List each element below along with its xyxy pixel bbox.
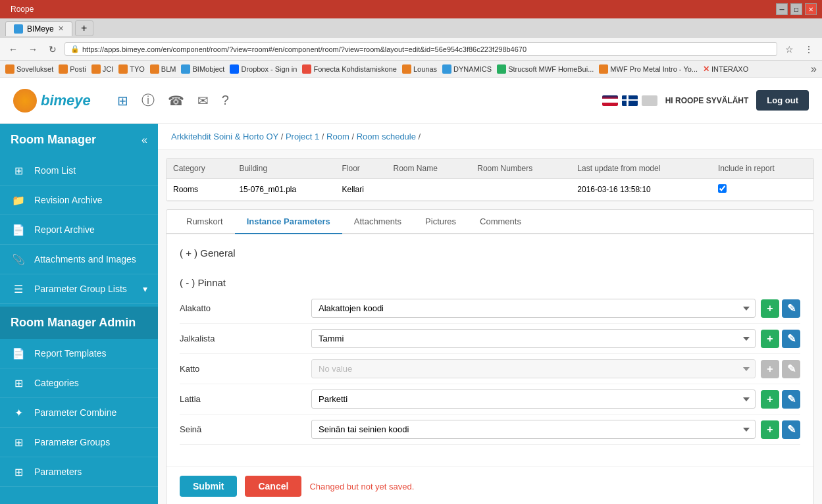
- bookmark-mwf[interactable]: MWF Pro Metal Intro - Yo...: [599, 64, 698, 74]
- pinnat-section-header[interactable]: ( - ) Pinnat: [180, 272, 800, 293]
- include-report-checkbox[interactable]: [718, 184, 727, 193]
- help-nav-btn[interactable]: ?: [222, 93, 229, 108]
- sidebar-item-report-templates[interactable]: 📄 Report Templates: [0, 339, 158, 368]
- cell-room-name: [387, 179, 471, 201]
- browser-tab[interactable]: BIMeye ✕: [5, 21, 72, 36]
- breadcrumb-company[interactable]: Arkkitehdit Soini & Horto OY: [171, 132, 278, 141]
- tab-rumskort[interactable]: Rumskort: [174, 210, 235, 234]
- bookmark-posti[interactable]: Posti: [59, 64, 86, 74]
- flag-gb[interactable]: [602, 95, 618, 106]
- param-label-katto: Katto: [180, 364, 311, 374]
- col-include-report: Include in report: [711, 159, 813, 179]
- sidebar-collapse-btn[interactable]: «: [141, 134, 147, 146]
- tab-comments[interactable]: Comments: [468, 210, 533, 234]
- bookmark-strucsoft[interactable]: Strucsoft MWF HomeBui...: [497, 64, 594, 74]
- bookmark-tyo[interactable]: TYO: [118, 64, 145, 74]
- param-row-lattia: Lattia Parketti + ✎: [180, 384, 800, 415]
- sidebar-item-parameter-combine[interactable]: ✦ Parameter Combine: [0, 398, 158, 428]
- sidebar-item-parameters[interactable]: ⊞ Parameters: [0, 457, 158, 487]
- minimize-btn[interactable]: ─: [776, 3, 788, 15]
- lattia-edit-btn[interactable]: ✎: [782, 390, 800, 409]
- sidebar-item-parameter-group-lists[interactable]: ☰ Parameter Group Lists ▾: [0, 274, 158, 304]
- bookmarks-more-btn[interactable]: »: [811, 63, 817, 75]
- alakatto-edit-btn[interactable]: ✎: [782, 299, 800, 318]
- cell-include-report: [711, 179, 813, 201]
- breadcrumb-room-schedule[interactable]: Room schedule: [357, 132, 416, 141]
- maximize-btn[interactable]: □: [790, 3, 802, 15]
- cell-room-numbers: [471, 179, 571, 201]
- breadcrumb-project[interactable]: Project 1: [286, 132, 319, 141]
- bookmark-sovellukset[interactable]: Sovellukset: [5, 64, 53, 74]
- sidebar: Room Manager « ⊞ Room List 📁 Revision Ar…: [0, 124, 158, 504]
- close-btn[interactable]: ✕: [805, 3, 817, 15]
- bookmark-icon: [181, 64, 190, 74]
- address-bar[interactable]: 🔒 https://apps.bimeye.com/en/component/r…: [64, 42, 777, 56]
- grid-nav-btn[interactable]: ⊞: [117, 93, 128, 109]
- breadcrumb-room[interactable]: Room: [326, 132, 349, 141]
- info-nav-btn[interactable]: ⓘ: [141, 91, 155, 109]
- cancel-btn[interactable]: Cancel: [245, 476, 301, 497]
- bookmark-fonecta[interactable]: Fonecta Kohdistamiskone: [302, 64, 397, 74]
- bookmark-bimobject[interactable]: BIMobject: [181, 64, 224, 74]
- katto-select[interactable]: No value: [311, 359, 756, 378]
- bookmark-dropbox[interactable]: Dropbox - Sign in: [230, 64, 297, 74]
- parameters-icon: ⊞: [11, 464, 26, 480]
- jalkalista-select[interactable]: Tammi: [311, 329, 756, 348]
- katto-add-btn: +: [761, 360, 779, 378]
- submit-btn[interactable]: Submit: [180, 476, 237, 497]
- bookmark-blm[interactable]: BLM: [150, 64, 176, 74]
- alakatto-action-btns: + ✎: [761, 299, 800, 318]
- app-header: bimeye ⊞ ⓘ ☎ ✉ ? HI ROOPE SYVÄLÄHT Log o…: [0, 78, 822, 124]
- alakatto-select[interactable]: Alakattojen koodi: [311, 299, 756, 318]
- settings-btn[interactable]: ⋮: [801, 41, 817, 57]
- url-text: https://apps.bimeye.com/en/component/roo…: [82, 45, 527, 53]
- jalkalista-edit-btn[interactable]: ✎: [782, 330, 800, 348]
- bookmark-interaxo[interactable]: ✕ INTERAXO: [703, 64, 748, 74]
- logo-icon: [13, 89, 37, 113]
- param-value-alakatto: Alakattojen koodi: [311, 299, 756, 318]
- sidebar-item-attachments-images[interactable]: 📎 Attachments and Images: [0, 245, 158, 274]
- lattia-add-btn[interactable]: +: [761, 390, 779, 409]
- param-row-alakatto: Alakatto Alakattojen koodi + ✎: [180, 293, 800, 324]
- sidebar-item-revision-archive[interactable]: 📁 Revision Archive: [0, 186, 158, 215]
- logout-btn[interactable]: Log out: [756, 90, 809, 111]
- new-tab-btn[interactable]: +: [75, 20, 93, 36]
- sidebar-item-report-archive[interactable]: 📄 Report Archive: [0, 215, 158, 245]
- phone-nav-btn[interactable]: ☎: [168, 93, 184, 109]
- logo-text: bimeye: [41, 92, 91, 109]
- param-label-lattia: Lattia: [180, 394, 311, 404]
- col-room-name: Room Name: [387, 159, 471, 179]
- tab-instance-parameters[interactable]: Instance Parameters: [235, 210, 342, 234]
- bookmark-icon: [599, 64, 608, 74]
- bookmark-icon: [442, 64, 451, 74]
- tab-attachments[interactable]: Attachments: [342, 210, 413, 234]
- bookmark-star-btn[interactable]: ☆: [781, 41, 797, 57]
- jalkalista-add-btn[interactable]: +: [761, 330, 779, 348]
- general-section-header[interactable]: ( + ) General: [180, 242, 800, 264]
- sidebar-item-categories[interactable]: ⊞ Categories: [0, 368, 158, 398]
- sidebar-item-parameter-groups[interactable]: ⊞ Parameter Groups: [0, 428, 158, 457]
- bookmark-icon: [91, 64, 101, 74]
- col-floor: Floor: [335, 159, 386, 179]
- bookmark-lounas[interactable]: Lounas: [402, 64, 437, 74]
- tab-close-icon[interactable]: ✕: [58, 24, 64, 33]
- bookmark-jci[interactable]: JCI: [91, 64, 114, 74]
- chat-nav-btn[interactable]: ✉: [197, 93, 209, 109]
- lattia-select[interactable]: Parketti: [311, 390, 756, 409]
- back-btn[interactable]: ←: [5, 41, 21, 57]
- refresh-btn[interactable]: ↻: [45, 41, 61, 57]
- lattia-action-btns: + ✎: [761, 390, 800, 409]
- sidebar-item-room-list[interactable]: ⊞ Room List: [0, 156, 158, 186]
- room-table: Category Building Floor Room Name Room N…: [167, 159, 813, 201]
- seina-add-btn[interactable]: +: [761, 420, 779, 439]
- seina-edit-btn[interactable]: ✎: [782, 420, 800, 439]
- flag-fi[interactable]: [622, 95, 638, 106]
- tab-pictures[interactable]: Pictures: [413, 210, 468, 234]
- bookmark-dynamics[interactable]: DYNAMICS: [442, 64, 492, 74]
- alakatto-add-btn[interactable]: +: [761, 299, 779, 318]
- flag-extra[interactable]: [642, 95, 657, 106]
- forward-btn[interactable]: →: [25, 41, 41, 57]
- seina-select[interactable]: Seinän tai seinien koodi: [311, 420, 756, 439]
- header-nav-icons: ⊞ ⓘ ☎ ✉ ?: [117, 91, 602, 109]
- table-row: Rooms 15-076_m01.pla Kellari 2016-03-16 …: [167, 179, 813, 201]
